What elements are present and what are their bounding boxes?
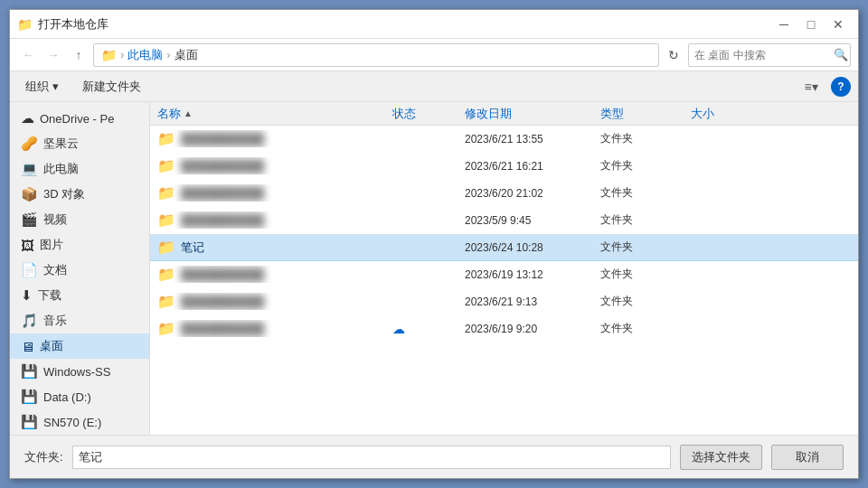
file-cell-type: 文件夹 (600, 239, 691, 255)
file-cell-date: 2023/6/19 9:20 (465, 323, 600, 335)
col-header-type[interactable]: 类型 (600, 106, 691, 122)
chevron-down-icon: ▾ (52, 80, 59, 93)
table-row[interactable]: 📁 笔记 2023/6/24 10:28 文件夹 (150, 234, 858, 261)
sidebar: ☁OneDrive - Pe🥜坚果云💻此电脑📦3D 对象🎬视频🖼图片📄文档⬇下载… (10, 102, 150, 435)
sidebar-item-windows[interactable]: 💾Windows-SS (10, 359, 149, 384)
sidebar-label-datad: Data (D:) (43, 390, 91, 404)
search-icon: 🔍 (834, 48, 848, 61)
file-cell-name: 📁 ██████████ (157, 157, 392, 174)
breadcrumb-sep2: › (166, 48, 170, 61)
col-header-date[interactable]: 修改日期 (465, 106, 600, 122)
table-row[interactable]: 📁 ██████████ 2023/6/20 21:02 文件夹 (150, 180, 858, 207)
search-input[interactable] (694, 49, 830, 61)
file-cell-status: ☁ (392, 322, 465, 336)
file-cell-name: 📁 ██████████ (157, 211, 392, 229)
file-name-blurred: ██████████ (181, 186, 264, 200)
file-name: 笔记 (181, 239, 204, 256)
sidebar-label-jianguoyun: 坚果云 (43, 136, 79, 152)
file-name-blurred: ██████████ (181, 295, 264, 308)
sidebar-item-3dobj[interactable]: 📦3D 对象 (10, 182, 149, 207)
sidebar-item-datad[interactable]: 💾Data (D:) (10, 384, 149, 409)
forward-button[interactable]: → (42, 44, 64, 66)
filename-input[interactable] (72, 446, 671, 469)
sidebar-label-windows: Windows-SS (43, 365, 110, 379)
sidebar-label-thispc: 此电脑 (43, 161, 79, 177)
sidebar-item-onedrive[interactable]: ☁OneDrive - Pe (10, 106, 149, 131)
refresh-button[interactable]: ↻ (663, 44, 684, 66)
breadcrumb-sep1: › (120, 48, 124, 61)
sidebar-item-jianguoyun[interactable]: 🥜坚果云 (10, 131, 149, 156)
file-cell-type: 文件夹 (600, 267, 691, 282)
sidebar-icon-onedrive: ☁ (21, 110, 34, 127)
file-cell-type: 文件夹 (600, 158, 691, 174)
col-header-name[interactable]: 名称 ▲ (157, 106, 392, 122)
table-row[interactable]: 📁 ██████████ ☁ 2023/6/19 9:20 文件夹 (150, 315, 858, 343)
file-name-blurred: ██████████ (181, 322, 264, 335)
minimize-button[interactable]: ─ (771, 14, 797, 34)
file-cell-type: 文件夹 (600, 185, 691, 201)
breadcrumb-desktop[interactable]: 桌面 (175, 47, 198, 63)
folder-icon: 📁 (157, 239, 175, 256)
file-cell-type: 文件夹 (600, 294, 691, 309)
sidebar-label-music: 音乐 (43, 313, 67, 329)
sidebar-icon-thispc: 💻 (21, 161, 38, 177)
sidebar-item-desktop[interactable]: 🖥桌面 (10, 333, 149, 359)
new-folder-button[interactable]: 新建文件夹 (74, 75, 149, 99)
file-cell-date: 2023/6/21 13:55 (465, 133, 600, 145)
sidebar-item-music[interactable]: 🎵音乐 (10, 308, 149, 333)
file-cell-type: 文件夹 (600, 212, 691, 228)
help-button[interactable]: ? (831, 77, 851, 97)
sidebar-icon-music: 🎵 (21, 313, 38, 329)
sidebar-icon-jianguoyun: 🥜 (21, 136, 38, 152)
col-header-size[interactable]: 大小 (691, 106, 763, 122)
file-cell-date: 2023/6/20 21:02 (465, 187, 600, 200)
sidebar-icon-sn570: 💾 (21, 414, 38, 430)
table-row[interactable]: 📁 ██████████ 2023/6/21 9:13 文件夹 (150, 288, 858, 315)
view-chevron-icon: ▾ (812, 80, 818, 94)
folder-icon: 📁 (157, 211, 175, 229)
sidebar-label-picture: 图片 (40, 237, 63, 253)
sidebar-icon-document: 📄 (21, 262, 38, 278)
table-row[interactable]: 📁 ██████████ 2023/6/19 13:12 文件夹 (150, 261, 858, 288)
file-cell-type: 文件夹 (600, 321, 691, 336)
folder-icon: 📁 (157, 184, 175, 202)
breadcrumb-pc[interactable]: 此电脑 (127, 47, 163, 63)
table-row[interactable]: 📁 ██████████ 2023/6/21 16:21 文件夹 (150, 153, 858, 180)
up-button[interactable]: ↑ (68, 44, 90, 66)
breadcrumb-bar: 📁 › 此电脑 › 桌面 (93, 43, 659, 67)
file-cell-name: 📁 ██████████ (157, 293, 392, 310)
sidebar-item-sn570[interactable]: 💾SN570 (E:) (10, 409, 149, 435)
sidebar-item-download[interactable]: ⬇下载 (10, 283, 149, 308)
back-button[interactable]: ← (17, 44, 39, 66)
close-button[interactable]: ✕ (826, 14, 851, 34)
col-header-status[interactable]: 状态 (392, 106, 465, 122)
folder-icon: 📁 (157, 157, 175, 174)
sidebar-label-onedrive: OneDrive - Pe (40, 112, 114, 126)
toolbar: 组织 ▾ 新建文件夹 ≡ ▾ ? (10, 71, 858, 102)
table-row[interactable]: 📁 ██████████ 2023/5/9 9:45 文件夹 (150, 207, 858, 234)
sidebar-label-download: 下载 (38, 287, 61, 304)
sidebar-item-video[interactable]: 🎬视频 (10, 207, 149, 232)
view-icon: ≡ (804, 80, 811, 94)
cancel-button[interactable]: 取消 (771, 445, 844, 470)
file-area: 名称 ▲ 状态 修改日期 类型 大小 � (150, 102, 858, 435)
filename-label: 文件夹: (24, 449, 63, 465)
maximize-button[interactable]: □ (798, 14, 824, 34)
dialog-title: 打开本地仓库 (38, 16, 108, 33)
table-row[interactable]: 📁 ██████████ 2023/6/21 13:55 文件夹 (150, 126, 858, 153)
folder-icon: 📁 (157, 293, 175, 310)
sidebar-label-3dobj: 3D 对象 (43, 186, 85, 202)
sidebar-label-desktop: 桌面 (40, 338, 63, 354)
view-button[interactable]: ≡ ▾ (798, 75, 824, 99)
file-list: 📁 ██████████ 2023/6/21 13:55 文件夹 📁 █████… (150, 126, 858, 435)
sidebar-item-document[interactable]: 📄文档 (10, 258, 149, 283)
select-folder-button[interactable]: 选择文件夹 (680, 445, 762, 470)
sidebar-icon-desktop: 🖥 (21, 339, 34, 354)
search-box[interactable]: 🔍 (688, 43, 851, 67)
sidebar-item-picture[interactable]: 🖼图片 (10, 232, 149, 258)
folder-icon: 📁 (157, 266, 175, 283)
sidebar-item-thispc[interactable]: 💻此电脑 (10, 156, 149, 182)
file-cell-type: 文件夹 (600, 131, 691, 146)
organize-button[interactable]: 组织 ▾ (17, 75, 67, 99)
sort-arrow-name: ▲ (184, 108, 193, 118)
